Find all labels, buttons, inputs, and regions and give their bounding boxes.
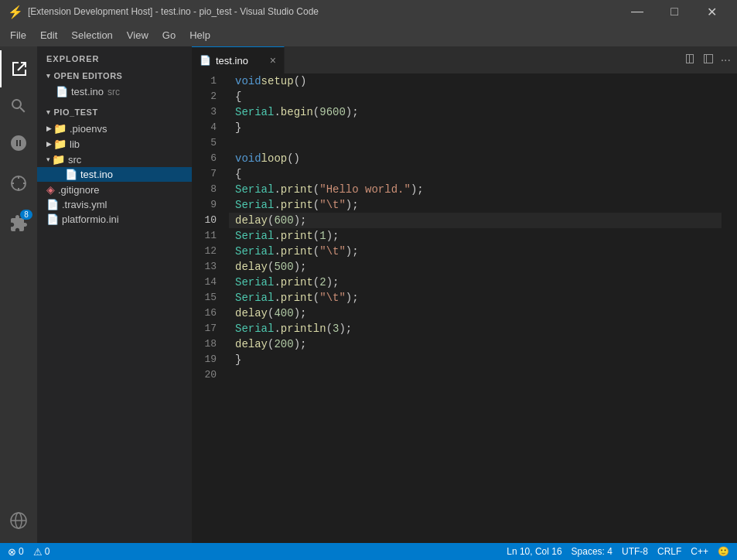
open-editors-section[interactable]: ▾ OPEN EDITORS [37,67,192,84]
more-actions-button[interactable]: ··· [721,53,731,67]
titlebar-controls: — □ ✕ [619,0,729,23]
line-ending-status[interactable]: CRLF [657,546,681,557]
travis-item[interactable]: 📄 .travis.yml [37,197,192,212]
sidebar-content: ▾ OPEN EDITORS 📄 test.ino src ▾ PIO_TEST… [37,67,192,543]
lib-label: lib [70,138,80,150]
menu-edit[interactable]: Edit [34,26,63,44]
pio-test-section[interactable]: ▾ PIO_TEST [37,104,192,121]
language-status[interactable]: C++ [691,546,708,557]
sidebar-header: Explorer [37,46,192,67]
gitignore-item[interactable]: ◈ .gitignore [37,182,192,197]
maximize-button[interactable]: □ [657,0,692,23]
line-17: 17 [192,321,217,336]
lib-folder-item[interactable]: ▶ 📁 lib [37,136,192,152]
warning-count: 0 [45,546,50,557]
code-line-11: Serial.print(1); [229,228,722,244]
gitignore-label: .gitignore [58,184,99,196]
src-folder-item[interactable]: ▾ 📁 src [37,152,192,167]
test-ino-file-icon: 📄 [65,169,77,180]
platformio-icon: 📄 [46,213,59,225]
pio-test-label: PIO_TEST [54,108,98,117]
travis-label: .travis.yml [62,199,107,210]
minimap [722,73,729,543]
tab-test-ino[interactable]: 📄 test.ino × [192,46,285,73]
code-line-10: delay(600); [229,213,722,228]
tab-file-icon: 📄 [200,55,211,66]
error-count: 0 [19,546,24,557]
titlebar-title: [Extension Development Host] - test.ino … [28,6,319,17]
pioenvs-folder-icon: 📁 [53,122,67,135]
menu-file[interactable]: File [4,26,32,44]
code-line-9: Serial.print("\t"); [229,197,722,213]
toggle-sidebar-button[interactable] [702,53,715,68]
code-line-17: Serial.println(3); [229,321,722,336]
code-line-20 [229,367,722,383]
activity-source-control[interactable] [0,125,37,162]
language-text: C++ [691,546,708,557]
line-16: 16 [192,306,217,321]
activity-explorer[interactable] [0,50,37,87]
encoding-status[interactable]: UTF-8 [622,546,648,557]
menu-help[interactable]: Help [183,26,217,44]
line-9: 9 [192,197,217,213]
code-content[interactable]: void setup() { Serial.begin(9600); } voi… [229,73,722,543]
travis-icon: 📄 [46,199,59,210]
line-20: 20 [192,367,217,383]
line-14: 14 [192,275,217,290]
close-button[interactable]: ✕ [694,0,729,23]
titlebar-left: ⚡ [Extension Development Host] - test.in… [8,5,319,19]
activity-extensions[interactable]: 8 [0,205,37,242]
menu-go[interactable]: Go [156,26,182,44]
platformio-item[interactable]: 📄 platformio.ini [37,212,192,227]
tab-bar: 📄 test.ino × ··· [192,46,737,73]
statusbar-left: ⊗ 0 ⚠ 0 [8,546,49,558]
activity-search[interactable] [0,87,37,125]
src-label: src [68,154,81,166]
smiley-status[interactable]: 🙂 [718,546,729,557]
code-line-6: void loop() [229,151,722,166]
extensions-badge: 8 [20,210,32,220]
warning-icon: ⚠ [33,546,43,558]
platformio-label: platformio.ini [62,213,119,225]
gitignore-icon: ◈ [46,183,55,196]
code-line-1: void setup() [229,73,722,89]
code-line-14: Serial.print(2); [229,275,722,290]
code-line-12: Serial.print("\t"); [229,244,722,259]
menu-view[interactable]: View [121,26,155,44]
line-15: 15 [192,290,217,306]
tab-close-button[interactable]: × [270,54,276,67]
spaces-status[interactable]: Spaces: 4 [572,546,612,557]
statusbar: ⊗ 0 ⚠ 0 Ln 10, Col 16 Spaces: 4 UTF-8 CR… [0,543,737,560]
cursor-position[interactable]: Ln 10, Col 16 [507,546,561,557]
encoding-text: UTF-8 [622,546,648,557]
open-editors-chevron-icon: ▾ [46,72,51,80]
line-19: 19 [192,352,217,367]
minimize-button[interactable]: — [619,0,655,23]
code-line-18: delay(200); [229,336,722,352]
menubar: File Edit Selection View Go Help [0,23,737,46]
code-line-2: { [229,89,722,104]
code-editor[interactable]: 1 2 3 4 5 6 7 8 9 10 11 12 13 14 15 16 1… [192,73,737,543]
code-line-5 [229,135,722,151]
errors-status[interactable]: ⊗ 0 [8,546,24,558]
activity-remote[interactable] [0,502,37,539]
pioenvs-folder-item[interactable]: ▶ 📁 .pioenvs [37,121,192,136]
line-18: 18 [192,336,217,352]
line-6: 6 [192,151,217,166]
error-icon: ⊗ [8,546,16,558]
line-1: 1 [192,73,217,89]
code-line-19: } [229,352,722,367]
code-line-16: delay(400); [229,306,722,321]
warnings-status[interactable]: ⚠ 0 [33,546,50,558]
activity-debug[interactable] [0,165,37,202]
smiley-icon: 🙂 [718,546,729,557]
scrollbar-track[interactable] [729,73,737,543]
split-editor-button[interactable] [684,53,696,68]
test-ino-item[interactable]: 📄 test.ino [37,167,192,182]
line-4: 4 [192,120,217,135]
open-editor-test-ino[interactable]: 📄 test.ino src [37,84,192,99]
menu-selection[interactable]: Selection [65,26,118,44]
spaces-text: Spaces: 4 [572,546,612,557]
main-layout: 8 Explorer ▾ OPEN EDITORS 📄 test.ino src… [0,46,737,543]
line-13: 13 [192,259,217,275]
